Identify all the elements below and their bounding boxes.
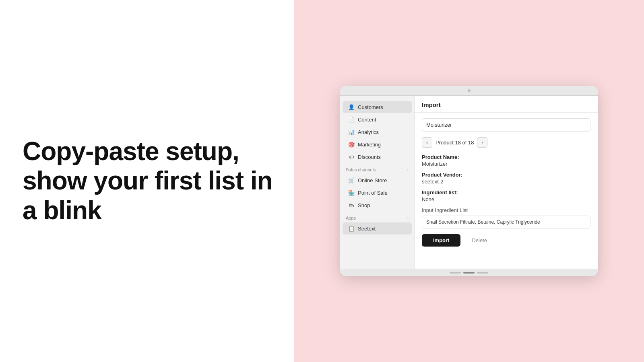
sidebar-label-online-store: Online Store <box>358 177 387 183</box>
sales-channels-label: Sales channels <box>346 167 376 172</box>
sidebar-item-point-of-sale[interactable]: 🏪 Point of Sale <box>343 187 412 199</box>
sidebar-item-analytics[interactable]: 📊 Analytics <box>343 126 412 138</box>
sidebar-item-content[interactable]: 📄 Content <box>343 113 412 125</box>
content-icon: 📄 <box>348 116 355 123</box>
browser-bottom-bar <box>340 269 598 276</box>
sidebar-label-marketing: Marketing <box>358 142 381 148</box>
action-buttons: Import Delete <box>422 234 590 247</box>
search-input-row <box>422 118 590 132</box>
sidebar-item-discounts[interactable]: 🏷 Discounts <box>343 151 412 163</box>
sidebar-label-point-of-sale: Point of Sale <box>358 190 388 196</box>
sidebar-label-discounts: Discounts <box>358 154 381 160</box>
sidebar-label-shop: Shop <box>358 202 370 208</box>
main-header: Import <box>415 96 598 113</box>
next-product-button[interactable]: › <box>477 137 487 148</box>
search-input[interactable] <box>422 118 590 132</box>
hero-line3: a blink <box>23 196 272 226</box>
input-ingredient-input[interactable] <box>422 216 590 228</box>
browser-dot-indicator <box>468 89 471 92</box>
product-counter: Product 18 of 18 <box>436 140 474 146</box>
seetext-icon: 📋 <box>348 225 355 232</box>
hero-text: Copy-paste setup, show your first list i… <box>23 137 272 226</box>
browser-top-bar <box>340 86 598 96</box>
sidebar-item-marketing[interactable]: 🎯 Marketing <box>343 138 412 150</box>
chevron-right-icon: › <box>407 168 409 172</box>
product-name-value: Moisturizer <box>422 161 590 167</box>
product-vendor-value: seetext-2 <box>422 179 590 185</box>
apps-label: Apps <box>346 216 356 220</box>
discounts-icon: 🏷 <box>348 154 355 160</box>
product-nav: ‹ Product 18 of 18 › <box>422 137 590 148</box>
sales-channels-section: Sales channels › <box>340 163 414 174</box>
customers-icon: 👤 <box>348 104 355 110</box>
import-title: Import <box>422 101 441 108</box>
sidebar: 👤 Customers 📄 Content 📊 Analytics 🎯 Mark… <box>340 96 415 269</box>
product-name-field: Product Name: Moisturizer <box>422 154 590 167</box>
main-body: ‹ Product 18 of 18 › Product Name: Moist… <box>415 113 598 252</box>
sidebar-label-analytics: Analytics <box>358 129 379 135</box>
browser-window: 👤 Customers 📄 Content 📊 Analytics 🎯 Mark… <box>340 86 598 276</box>
hero-line1: Copy-paste setup, <box>23 137 272 167</box>
sidebar-label-content: Content <box>358 117 376 123</box>
input-ingredient-field: Input Ingredient List <box>422 207 590 228</box>
right-panel: 👤 Customers 📄 Content 📊 Analytics 🎯 Mark… <box>294 0 644 362</box>
ingredient-list-label: Ingredient list: <box>422 189 590 195</box>
apps-section: Apps › <box>340 212 414 222</box>
point-of-sale-icon: 🏪 <box>348 189 355 196</box>
bottom-dot-2 <box>463 272 475 274</box>
shop-icon: 🛍 <box>348 202 355 208</box>
sidebar-item-seetext[interactable]: 📋 Seetext <box>343 222 412 234</box>
marketing-icon: 🎯 <box>348 141 355 148</box>
sidebar-item-online-store[interactable]: 🛒 Online Store <box>343 174 412 186</box>
left-panel: Copy-paste setup, show your first list i… <box>0 0 294 362</box>
product-name-label: Product Name: <box>422 154 590 160</box>
sidebar-item-shop[interactable]: 🛍 Shop <box>343 199 412 211</box>
bottom-dot-3 <box>477 272 488 274</box>
delete-button[interactable]: Delete <box>464 234 494 247</box>
bottom-dot-1 <box>450 272 461 274</box>
product-vendor-label: Product Vendor: <box>422 172 590 178</box>
import-button[interactable]: Import <box>422 234 460 247</box>
input-ingredient-label: Input Ingredient List <box>422 207 590 213</box>
product-vendor-field: Product Vendor: seetext-2 <box>422 172 590 185</box>
prev-product-button[interactable]: ‹ <box>422 137 432 148</box>
browser-content: 👤 Customers 📄 Content 📊 Analytics 🎯 Mark… <box>340 96 598 269</box>
ingredient-list-value: None <box>422 196 590 202</box>
ingredient-list-field: Ingredient list: None <box>422 189 590 202</box>
online-store-icon: 🛒 <box>348 177 355 183</box>
main-content-area: Import ‹ Product 18 of 18 › Pr <box>415 96 598 269</box>
hero-line2: show your first list in <box>23 166 272 196</box>
sidebar-item-customers[interactable]: 👤 Customers <box>343 101 412 113</box>
sidebar-label-seetext: Seetext <box>358 226 376 232</box>
apps-chevron-icon: › <box>407 216 409 220</box>
sidebar-label-customers: Customers <box>358 104 383 110</box>
analytics-icon: 📊 <box>348 129 355 135</box>
